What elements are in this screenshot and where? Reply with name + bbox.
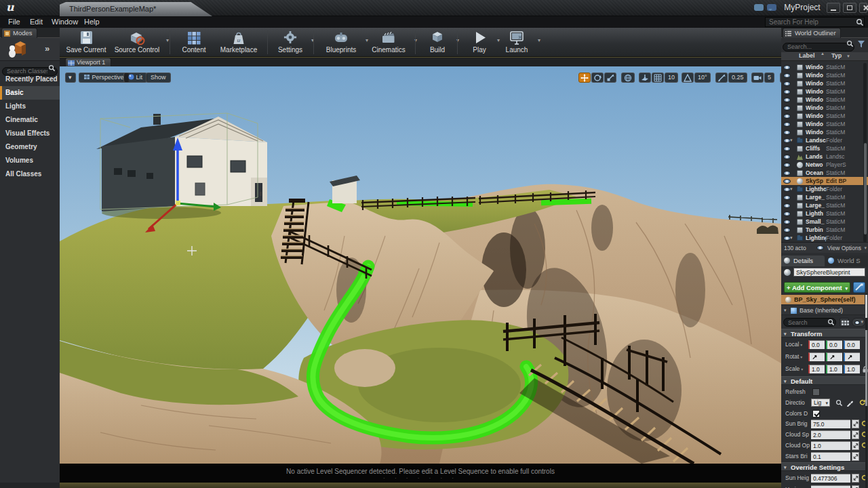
- expand-field-button[interactable]: [852, 485, 859, 488]
- camera-speed-value[interactable]: 5: [764, 73, 774, 83]
- mode-item-all-classes[interactable]: All Classes: [0, 167, 60, 181]
- expand-field-button[interactable]: [852, 420, 859, 428]
- visibility-eye-icon[interactable]: [783, 81, 791, 86]
- scale-tool-button[interactable]: [604, 73, 616, 83]
- override-section-header[interactable]: Override Settings: [781, 462, 865, 471]
- cinematics-button[interactable]: Cinematics▾: [366, 29, 411, 56]
- save-current-button[interactable]: Save Current: [65, 29, 107, 56]
- content-button[interactable]: Content: [176, 29, 212, 56]
- expander-icon[interactable]: ▾: [790, 136, 793, 144]
- edit-blueprint-button[interactable]: [853, 282, 865, 293]
- sun-brightness-field[interactable]: 75.0: [811, 420, 850, 428]
- base-inherited-row[interactable]: ▾ Base (Inherited): [781, 306, 868, 315]
- dropdown-arrow-icon[interactable]: ▾: [166, 37, 169, 43]
- visibility-eye-icon[interactable]: [783, 203, 791, 208]
- rotation-label[interactable]: Rotat: [785, 352, 811, 362]
- outliner-row-selected[interactable]: SkySpEdit BP: [781, 177, 868, 185]
- outliner-row[interactable]: WindoStaticM: [781, 96, 868, 104]
- mode-item-lights[interactable]: Lights: [0, 100, 60, 113]
- display-filter-button[interactable]: ▾: [852, 318, 865, 327]
- visibility-eye-icon[interactable]: [783, 106, 791, 110]
- outliner-row[interactable]: Small_StaticM: [781, 218, 868, 226]
- perspective-button[interactable]: Perspective: [79, 73, 129, 83]
- visibility-eye-icon[interactable]: [783, 155, 791, 159]
- outliner-row[interactable]: LandsLandsc: [781, 152, 868, 161]
- outliner-row[interactable]: WindoStaticM: [781, 112, 868, 120]
- maximize-button[interactable]: [843, 3, 856, 13]
- transform-section-header[interactable]: Transform: [781, 329, 865, 338]
- visibility-eye-icon[interactable]: [783, 163, 791, 167]
- scale-x-field[interactable]: 1.0: [808, 365, 825, 373]
- modes-tab[interactable]: Modes: [1, 28, 37, 38]
- help-search-input[interactable]: [765, 17, 865, 27]
- scale-label[interactable]: Scale: [785, 364, 811, 374]
- mode-item-visual-effects[interactable]: Visual Effects: [0, 127, 60, 140]
- outliner-row[interactable]: LighthStaticM: [781, 209, 868, 218]
- visibility-eye-icon[interactable]: [783, 130, 791, 135]
- actor-name-input[interactable]: [793, 268, 865, 277]
- outliner-row[interactable]: WindoStaticM: [781, 63, 868, 71]
- blueprints-button[interactable]: Blueprints▾: [320, 29, 362, 56]
- visibility-eye-icon[interactable]: [783, 73, 791, 78]
- mode-item-basic[interactable]: Basic: [0, 86, 60, 100]
- visibility-eye-icon[interactable]: [783, 228, 791, 232]
- filter-icon[interactable]: [857, 40, 865, 48]
- show-flags-button[interactable]: Show: [146, 73, 171, 83]
- location-y-field[interactable]: 0.0: [826, 340, 842, 349]
- title-bar[interactable]: u ThirdPersonExampleMap* MyProject: [0, 0, 868, 16]
- level-tab[interactable]: ThirdPersonExampleMap*: [60, 2, 212, 16]
- menu-help[interactable]: Help: [81, 18, 102, 26]
- edit-blueprint-link[interactable]: Edit BP: [826, 177, 860, 185]
- marketplace-button[interactable]: u Marketplace: [214, 29, 263, 56]
- scale-z-field[interactable]: 1.0: [844, 365, 860, 373]
- menu-window[interactable]: Window: [49, 18, 81, 26]
- expander-icon[interactable]: ▾: [790, 185, 793, 193]
- property-matrix-button[interactable]: [840, 318, 849, 327]
- outliner-row[interactable]: WindoStaticM: [781, 87, 868, 96]
- stars-brightness-field[interactable]: 0.1: [811, 452, 850, 461]
- scale-snap-value[interactable]: 0.25: [728, 73, 747, 83]
- outliner-row[interactable]: Large_StaticM: [781, 193, 868, 201]
- rotate-tool-button[interactable]: [591, 73, 604, 83]
- outliner-row[interactable]: OceanStaticM: [781, 169, 868, 177]
- default-section-header[interactable]: Default: [781, 376, 865, 385]
- source-control-button[interactable]: Source Control▾: [111, 29, 163, 56]
- outliner-row[interactable]: WindoStaticM: [781, 79, 868, 87]
- launch-button[interactable]: Launch▾: [499, 29, 534, 56]
- directional-light-dropdown[interactable]: Lig: [811, 399, 830, 407]
- outliner-folder-row[interactable]: ▾LandscaFolder: [781, 136, 868, 144]
- viewport-3d[interactable]: ▾ Perspective Lit Show 10: [60, 66, 781, 464]
- outliner-row[interactable]: NetwoPlayerS: [781, 161, 868, 169]
- outliner-row[interactable]: CliffsStaticM: [781, 144, 868, 152]
- expand-field-button[interactable]: [852, 452, 859, 461]
- grid-snap-button[interactable]: [652, 73, 664, 83]
- rotation-x-field[interactable]: [808, 352, 825, 361]
- expander-icon[interactable]: ▾: [790, 234, 793, 242]
- colors-checkbox[interactable]: [812, 410, 820, 418]
- world-outliner-tab[interactable]: World Outliner: [783, 28, 841, 38]
- visibility-eye-icon[interactable]: [783, 89, 791, 94]
- scene-render[interactable]: [60, 66, 781, 464]
- rotation-z-field[interactable]: [844, 352, 860, 361]
- visibility-eye-icon[interactable]: [783, 211, 791, 216]
- surface-snap-button[interactable]: [639, 73, 651, 83]
- expand-modes-icon[interactable]: »: [45, 43, 48, 54]
- outliner-folder-row[interactable]: ▾LightingFolder: [781, 234, 868, 242]
- mode-item-recently-placed[interactable]: Recently Placed: [0, 73, 60, 86]
- add-component-button[interactable]: + Add Component ▾: [784, 282, 850, 293]
- visibility-eye-icon[interactable]: [783, 122, 791, 127]
- visibility-eye-icon[interactable]: [783, 98, 791, 102]
- expander-icon[interactable]: ▾: [784, 306, 787, 315]
- component-row-selected[interactable]: BP_Sky_Sphere(self): [781, 295, 865, 304]
- build-button[interactable]: Build▾: [422, 29, 453, 56]
- viewport-tab[interactable]: Viewport 1: [65, 58, 111, 66]
- dropdown-arrow-icon[interactable]: ▾: [538, 37, 540, 43]
- rotation-snap-value[interactable]: 10°: [694, 73, 711, 83]
- outliner-scrollbar[interactable]: [863, 63, 867, 242]
- scale-y-field[interactable]: 1.0: [826, 365, 842, 373]
- sun-height-field[interactable]: 0.477306: [811, 474, 850, 483]
- visibility-eye-icon[interactable]: [783, 195, 791, 200]
- location-x-field[interactable]: 0.0: [808, 340, 825, 349]
- close-button[interactable]: [859, 3, 867, 13]
- expand-field-button[interactable]: [852, 474, 859, 483]
